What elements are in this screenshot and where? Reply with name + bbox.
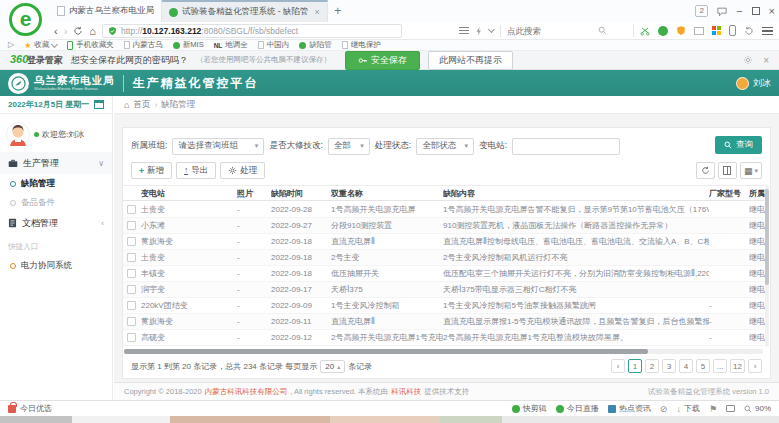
- bookmark-item[interactable]: NL地调全: [214, 40, 248, 50]
- mobile-icon[interactable]: [729, 25, 736, 36]
- row-checkbox[interactable]: [127, 285, 136, 294]
- maximize-button[interactable]: [752, 7, 760, 15]
- next-page-button[interactable]: ›: [748, 359, 762, 373]
- live-today[interactable]: 今日直播: [556, 403, 599, 414]
- bookmark-item[interactable]: 内蒙古乌: [124, 40, 163, 50]
- window-count-badge[interactable]: 2: [695, 5, 708, 17]
- back-icon[interactable]: ‹: [54, 24, 58, 38]
- feedback-icon[interactable]: [717, 7, 727, 16]
- screenshot-scissors-icon[interactable]: [640, 26, 650, 36]
- table-row[interactable]: 小东滩 - 2022-09-27 分段910测控装置 910测控装置死机，液晶面…: [123, 218, 764, 234]
- 360-extension-icon[interactable]: [658, 26, 668, 36]
- close-button[interactable]: ×: [769, 6, 775, 16]
- quick-search[interactable]: [507, 26, 627, 36]
- row-checkbox[interactable]: [127, 301, 136, 310]
- daily-picks[interactable]: 今日优选: [8, 403, 52, 414]
- col-photo[interactable]: 照片: [237, 188, 271, 199]
- close-bar-icon[interactable]: ×: [763, 55, 769, 66]
- row-checkbox[interactable]: [127, 317, 136, 326]
- sidebar-item-document[interactable]: 文档管理 ‹: [0, 212, 112, 234]
- sidebar-item-production[interactable]: 生产管理 ∨: [0, 152, 112, 174]
- flag-icon[interactable]: ⚑: [709, 404, 717, 414]
- col-model[interactable]: 厂家型号: [709, 188, 749, 199]
- bookmark-favorites[interactable]: ★收藏: [24, 40, 57, 50]
- page-button[interactable]: 12: [730, 359, 745, 373]
- col-station[interactable]: 变电站: [141, 188, 237, 199]
- columns-button[interactable]: [718, 162, 737, 179]
- menu-hamburger-icon[interactable]: [762, 27, 773, 35]
- table-row[interactable]: 土贵变 - 2022-09-28 1号高频开关电源充电屏 1号高频开关电源充电屏…: [123, 202, 764, 218]
- overhaul-filter-select[interactable]: 全部▾: [328, 138, 370, 155]
- image-tool-icon[interactable]: [694, 27, 704, 35]
- flash-icon[interactable]: [475, 26, 483, 36]
- quick-clip[interactable]: 快剪辑: [512, 403, 547, 414]
- bookmark-mobile-folder[interactable]: 手机收藏夹: [67, 40, 114, 50]
- breadcrumb-home[interactable]: 首页: [133, 99, 150, 111]
- page-size-select[interactable]: 20▴: [320, 360, 345, 373]
- header-user[interactable]: 刘冰: [736, 77, 771, 90]
- page-button[interactable]: 2: [645, 359, 659, 373]
- history-undo-icon[interactable]: [744, 26, 754, 36]
- settings-gear-icon[interactable]: [743, 55, 753, 65]
- home-icon[interactable]: ⌂: [89, 24, 96, 38]
- calendar-icon[interactable]: [94, 100, 104, 109]
- row-checkbox[interactable]: [127, 333, 136, 342]
- table-row[interactable]: 220kV团结变 - 2022-09-09 1号主变风冷控制箱 1号主变风冷控制…: [123, 298, 764, 314]
- sidebar-item-power-system[interactable]: 电力协同系统: [0, 256, 112, 275]
- refresh-button[interactable]: [696, 162, 715, 179]
- row-checkbox[interactable]: [127, 221, 136, 230]
- provider-link[interactable]: 科讯科技: [391, 387, 421, 397]
- add-button[interactable]: +新增: [131, 162, 172, 179]
- row-checkbox[interactable]: [127, 253, 136, 262]
- col-content[interactable]: 缺陷内容: [443, 188, 709, 199]
- bookmark-item[interactable]: 缺陷管: [299, 40, 332, 50]
- sidebar-item-defect[interactable]: 缺陷管理: [0, 174, 112, 193]
- forward-icon[interactable]: ›: [64, 24, 68, 38]
- table-row[interactable]: 土贵变 - 2022-09-18 2号主变 2号主变风冷控制箱风机运行灯不亮 继…: [123, 250, 764, 266]
- group-filter-select[interactable]: 请选择查询班组▾: [172, 138, 264, 155]
- tab-defect-system[interactable]: 试验装备精益化管理系统 - 缺陷管 ×: [162, 0, 328, 22]
- table-row[interactable]: 黄旗海变 - 2022-09-11 直流充电屏Ⅱ 直流充电显示屏报1-5号充电模…: [123, 314, 764, 330]
- sidebar-item-spare[interactable]: 备品备件: [0, 193, 112, 212]
- col-name[interactable]: 双重名称: [331, 188, 443, 199]
- bookmark-item[interactable]: 继电保护: [342, 40, 381, 50]
- table-row[interactable]: 黄旗海变 - 2022-09-18 直流充电屏Ⅱ 直流充电屏Ⅱ控制母线电压、蓄电…: [123, 234, 764, 250]
- row-checkbox[interactable]: [127, 237, 136, 246]
- table-row[interactable]: 高砚变 - 2022-09-12 2号高频开关电源充电屏1号充电整流模块 2号高…: [123, 330, 764, 346]
- do-not-disturb-icon[interactable]: ⊘: [660, 404, 668, 414]
- save-password-button[interactable]: 安全保存: [345, 51, 420, 70]
- download-manager[interactable]: ↓下载: [676, 403, 700, 414]
- table-row[interactable]: 丰镇变 - 2022-09-18 低压抽屉开关 低压配电室三个抽屉开关运行灯不亮…: [123, 266, 764, 282]
- table-row[interactable]: 润宇变 - 2022-09-17 天桥Ⅰ375 天桥Ⅰ375带电显示器三相灯C相…: [123, 282, 764, 298]
- process-button[interactable]: 处理: [220, 162, 265, 179]
- tab-close-icon[interactable]: ×: [315, 7, 320, 17]
- search-input[interactable]: [507, 26, 593, 36]
- vertical-scrollbar[interactable]: [765, 185, 769, 347]
- tab-mengdian[interactable]: 内蒙古乌兰察布电业局: [50, 0, 162, 22]
- export-button[interactable]: ↑导出: [176, 162, 216, 179]
- query-button[interactable]: 查询: [715, 136, 762, 154]
- zoom-control[interactable]: 90%: [744, 404, 771, 413]
- station-filter-input[interactable]: [512, 138, 620, 155]
- status-filter-select[interactable]: 全部状态▾: [416, 138, 474, 155]
- reading-list-icon[interactable]: [459, 27, 469, 35]
- row-checkbox[interactable]: [127, 269, 136, 278]
- bookmark-item[interactable]: 新MIS: [173, 40, 204, 50]
- dismiss-site-button[interactable]: 此网站不再提示: [428, 51, 513, 70]
- bookmark-item[interactable]: 中国内: [258, 40, 290, 50]
- col-team[interactable]: 所属班组: [749, 188, 766, 199]
- minimize-button[interactable]: −: [736, 6, 742, 16]
- reload-icon[interactable]: [73, 26, 83, 36]
- bookmarks-expand-icon[interactable]: ▷: [8, 40, 14, 51]
- page-button[interactable]: 1: [628, 359, 642, 373]
- page-button[interactable]: 3: [662, 359, 676, 373]
- security-shield-icon[interactable]: [676, 25, 686, 36]
- col-time[interactable]: 缺陷时间: [271, 188, 331, 199]
- prev-page-button[interactable]: ‹: [611, 359, 625, 373]
- view-grid-button[interactable]: ▦▾: [740, 162, 762, 179]
- new-tab-button[interactable]: +: [328, 0, 348, 22]
- apps-grid-icon[interactable]: [712, 26, 721, 35]
- company-link[interactable]: 内蒙古科讯科技有限公司: [205, 387, 288, 397]
- chevron-down-icon[interactable]: [488, 26, 495, 33]
- page-button[interactable]: 5: [696, 359, 710, 373]
